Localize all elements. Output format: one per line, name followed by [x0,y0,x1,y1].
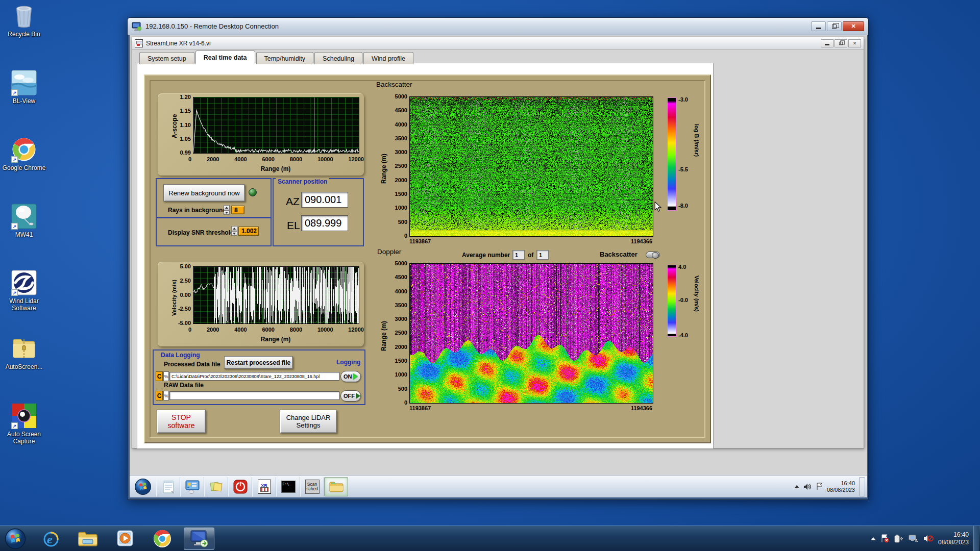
minimize-button[interactable] [811,21,826,31]
backscatter-colorbar [667,97,676,211]
raw-browse-icon[interactable]: % [163,391,169,400]
backscatter-plot[interactable] [409,96,653,237]
remote-clock[interactable]: 16:40 08/08/2023 [827,480,855,493]
processed-logging-on-button[interactable]: ON [340,371,361,382]
remote-taskbar: XR C:\_ Scansched 16:40 08/08/2023 [130,475,867,497]
desktop-icon-autoscreen[interactable]: AutoScreen... [2,336,46,370]
remote-stop-app-button[interactable] [228,477,252,496]
remote-start-button[interactable] [130,477,156,496]
desktop-icon-wind-lidar-software[interactable]: ↗Wind Lidar Software [2,270,46,312]
backscatter-toggle[interactable] [646,252,660,258]
desktop-icon-auto-screen-capture[interactable]: ↗Auto Screen Capture [2,403,46,445]
media-player-icon [115,529,136,549]
desktop-icon-recycle-bin[interactable]: Recycle Bin [2,3,46,38]
change-lidar-settings-button[interactable]: Change LiDAR Settings [280,410,337,433]
restore-button[interactable] [827,21,842,31]
backscatter-ytick: 4500 [395,107,407,113]
host-clock-time: 16:40 [938,531,969,539]
processed-drive-selector[interactable]: C [156,371,163,381]
remote-display-settings-button[interactable] [180,477,204,496]
host-rdp-button[interactable] [184,528,214,550]
remote-notepad-button[interactable] [156,477,180,496]
remote-volume-icon[interactable] [803,483,812,490]
desktop-icon-label: BL-View [2,97,46,105]
close-button[interactable]: ✕ [843,21,864,31]
tab-real-time-data[interactable]: Real time data [195,51,255,64]
host-explorer-button[interactable] [75,528,101,550]
ascope-plot[interactable] [193,97,359,154]
desktop-icon-google-chrome[interactable]: ↗Google Chrome [2,137,46,171]
doppler-ytick: 500 [398,386,407,392]
backscatter-yticks: 5000450040003500300025002000150010005000 [381,93,407,239]
raw-logging-off-button[interactable]: OFF [340,390,361,402]
vi-titlebar[interactable]: StreamLine XR v14-6.vi ✕ [132,37,864,49]
remote-action-center-icon[interactable] [816,483,823,490]
remote-scan-scheduler-button[interactable]: Scansched [300,477,324,496]
remote-sticky-notes-button[interactable] [204,477,228,496]
tab-temp-humidity[interactable]: Temp/humidity [256,52,314,64]
host-media-player-button[interactable] [112,528,139,550]
raw-path-field[interactable] [169,391,339,400]
remote-hidden-icons-arrow[interactable] [794,485,799,488]
sticky-notes-icon [209,480,224,494]
host-action-center-icon[interactable] [880,534,889,543]
restart-processed-file-button[interactable]: Restart processed file [224,356,293,369]
vi-minimize-button[interactable] [821,39,834,47]
average-number-input[interactable]: 1 [512,250,525,260]
remote-command-prompt-button[interactable]: C:\_ [276,477,300,496]
velocity-xtick: 4000 [234,327,247,333]
processed-browse-icon[interactable]: % [163,371,169,381]
off-label: OFF [344,393,355,399]
remote-streamline-vi-button[interactable]: XR [252,477,276,496]
stop-software-button[interactable]: STOP software [157,410,206,433]
display-settings-icon [185,480,200,494]
remote-explorer-button[interactable] [324,477,348,496]
doppler-cb-tick: -4.0 [678,332,688,338]
host-volume-muted-icon[interactable] [923,534,934,543]
host-ie-button[interactable]: e [38,528,64,550]
desktop-icon-label: Recycle Bin [2,31,46,38]
el-value[interactable]: 089.999 [301,215,348,231]
renew-background-button[interactable]: Renew background now [163,184,245,202]
raw-drive-selector[interactable]: C [156,391,163,400]
autoscreen-icon [11,336,37,362]
vi-restore-button[interactable] [835,39,847,47]
host-clock[interactable]: 16:40 08/08/2023 [938,531,969,546]
shortcut-arrow-icon: ↗ [11,289,18,296]
host-hidden-icons-arrow[interactable] [871,537,876,540]
average-of-input[interactable]: 1 [536,250,549,260]
host-start-button[interactable] [2,528,29,550]
vi-close-button[interactable]: ✕ [848,39,861,47]
az-value[interactable]: 090.001 [301,192,348,208]
host-power-plug-icon[interactable] [894,534,903,543]
data-logging-group: Data Logging Processed Data file Restart… [153,349,365,405]
vi-window: StreamLine XR v14-6.vi ✕ System setupRea… [132,37,864,448]
tab-scheduling[interactable]: Scheduling [314,52,362,64]
host-chrome-button[interactable] [149,528,176,550]
doppler-colorbar [667,265,676,337]
scan-scheduler-icon: Scansched [305,480,320,494]
doppler-ytick: 3500 [395,302,407,308]
mw41-icon: ↗ [11,204,37,230]
tab-system-setup[interactable]: System setup [139,52,194,64]
rdp-titlebar[interactable]: 192.168.0.150 - Remote Desktop Connectio… [128,18,868,35]
remote-tray: 16:40 08/08/2023 [794,477,867,496]
snr-value[interactable]: 1.002 [238,227,259,236]
data-logging-title: Data Logging [159,352,202,359]
ascope-xtick: 4000 [234,156,247,162]
snr-label: Display SNR threshold [168,229,234,236]
rays-value[interactable]: 8 [231,206,244,214]
remote-show-desktop-button[interactable] [859,477,865,496]
processed-path-field[interactable]: C:\Lidar\Data\Proc\2023\202308\20230808\… [169,372,339,381]
backscatter-ytick: 0 [404,233,407,239]
host-show-desktop-button[interactable] [973,526,979,551]
snr-spinner[interactable] [231,226,237,236]
tab-wind-profile[interactable]: Wind profile [363,52,413,64]
desktop-icon-bl-view[interactable]: ↗BL-View [2,70,46,105]
host-network-icon[interactable] [908,534,919,543]
velocity-plot[interactable] [193,266,359,324]
doppler-plot[interactable] [409,263,653,404]
rays-spinner[interactable] [224,205,230,215]
desktop-icon-mw41[interactable]: ↗MW41 [2,204,46,238]
front-panel: A-scope 1.201.151.101.050.99 02000400060… [144,74,711,443]
